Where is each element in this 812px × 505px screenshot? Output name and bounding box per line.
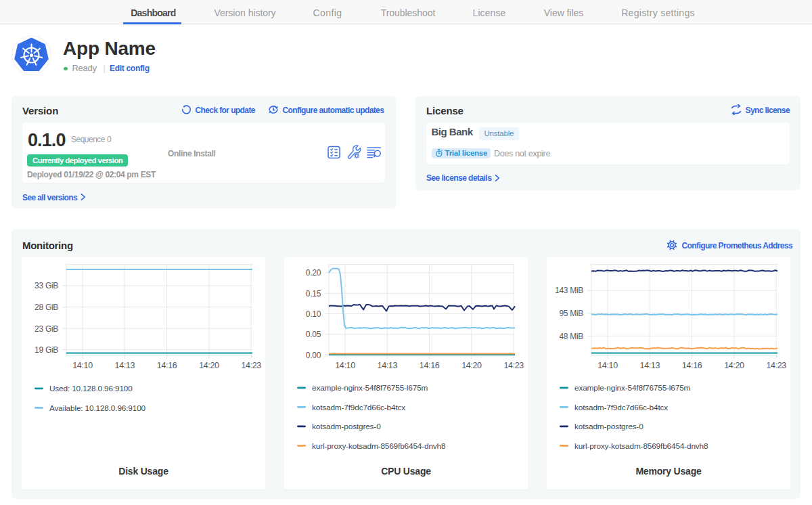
svg-text:14:10: 14:10 bbox=[72, 361, 93, 370]
svg-text:kotsadm-postgres-0: kotsadm-postgres-0 bbox=[312, 422, 381, 431]
svg-text:Disk Usage: Disk Usage bbox=[118, 466, 168, 477]
svg-text:14:10: 14:10 bbox=[335, 361, 355, 370]
svg-text:0.20: 0.20 bbox=[306, 268, 321, 278]
svg-text:48 MiB: 48 MiB bbox=[559, 332, 583, 341]
svg-text:143 MiB: 143 MiB bbox=[555, 286, 583, 295]
svg-text:0.10: 0.10 bbox=[306, 309, 321, 319]
svg-text:14:23: 14:23 bbox=[241, 361, 261, 370]
svg-text:19 GiB: 19 GiB bbox=[35, 345, 58, 355]
svg-text:14:16: 14:16 bbox=[682, 361, 702, 370]
svg-text:example-nginx-54f8f76755-l675m: example-nginx-54f8f76755-l675m bbox=[312, 383, 428, 393]
svg-text:95 MiB: 95 MiB bbox=[559, 309, 583, 318]
svg-text:23 GiB: 23 GiB bbox=[35, 324, 58, 334]
svg-text:Available: 10.128.0.96:9100: Available: 10.128.0.96:9100 bbox=[49, 403, 146, 413]
svg-text:CPU Usage: CPU Usage bbox=[381, 466, 431, 477]
svg-text:Used: 10.128.0.96:9100: Used: 10.128.0.96:9100 bbox=[49, 384, 133, 393]
svg-text:14:16: 14:16 bbox=[157, 361, 177, 370]
svg-text:14:13: 14:13 bbox=[640, 361, 660, 370]
svg-text:kotsadm-7f9dc7d66c-b4tcx: kotsadm-7f9dc7d66c-b4tcx bbox=[574, 403, 668, 412]
svg-text:14:16: 14:16 bbox=[420, 361, 440, 370]
svg-text:14:20: 14:20 bbox=[724, 361, 744, 370]
svg-text:kurl-proxy-kotsadm-8569fb6454-: kurl-proxy-kotsadm-8569fb6454-dnvh8 bbox=[312, 441, 446, 451]
svg-text:14:13: 14:13 bbox=[378, 361, 398, 370]
svg-text:33 GiB: 33 GiB bbox=[35, 281, 58, 290]
svg-text:14:10: 14:10 bbox=[597, 361, 618, 370]
svg-text:example-nginx-54f8f76755-l675m: example-nginx-54f8f76755-l675m bbox=[574, 383, 691, 393]
svg-text:14:20: 14:20 bbox=[199, 361, 219, 370]
svg-text:kurl-proxy-kotsadm-8569fb6454-: kurl-proxy-kotsadm-8569fb6454-dnvh8 bbox=[574, 441, 708, 451]
svg-text:28 GiB: 28 GiB bbox=[35, 303, 58, 312]
svg-text:0.15: 0.15 bbox=[306, 289, 321, 299]
svg-text:0.05: 0.05 bbox=[306, 330, 321, 339]
svg-text:14:13: 14:13 bbox=[115, 361, 135, 370]
svg-text:kotsadm-7f9dc7d66c-b4tcx: kotsadm-7f9dc7d66c-b4tcx bbox=[312, 403, 405, 412]
svg-text:kotsadm-postgres-0: kotsadm-postgres-0 bbox=[574, 422, 644, 431]
svg-text:14:23: 14:23 bbox=[766, 361, 786, 370]
svg-text:Memory Usage: Memory Usage bbox=[635, 466, 702, 477]
svg-text:0.00: 0.00 bbox=[306, 351, 321, 360]
svg-text:14:23: 14:23 bbox=[503, 361, 524, 370]
svg-text:14:20: 14:20 bbox=[461, 361, 482, 370]
